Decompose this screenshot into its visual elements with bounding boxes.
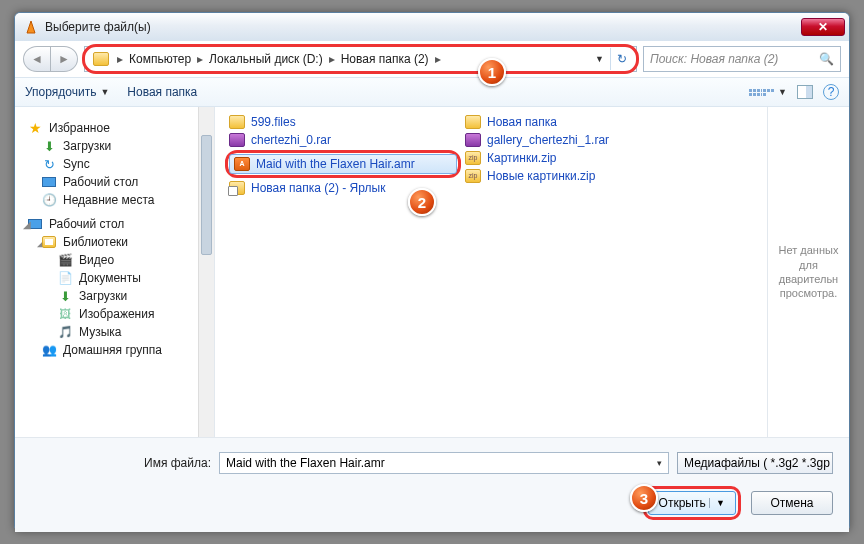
tree-documents[interactable]: 📄Документы — [19, 269, 210, 287]
forward-button[interactable]: ► — [50, 46, 78, 72]
vlc-icon — [23, 19, 39, 35]
chevron-right-icon[interactable]: ▸ — [431, 52, 445, 66]
nav-tree[interactable]: ★Избранное ⬇Загрузки ↻Sync Рабочий стол … — [15, 107, 215, 437]
video-icon: 🎬 — [57, 253, 73, 267]
file-item[interactable]: chertezhi_0.rar — [225, 131, 461, 149]
rar-icon — [229, 133, 245, 147]
chevron-right-icon[interactable]: ▸ — [193, 52, 207, 66]
dialog-body: ★Избранное ⬇Загрузки ↻Sync Рабочий стол … — [15, 107, 849, 437]
recent-icon: 🕘 — [41, 193, 57, 207]
tree-desktop[interactable]: Рабочий стол — [19, 173, 210, 191]
file-item[interactable]: 599.files — [225, 113, 461, 131]
nav-row: ◄ ► ▸ Компьютер ▸ Локальный диск (D:) ▸ … — [15, 41, 849, 77]
homegroup-icon: 👥 — [41, 343, 57, 357]
filename-label: Имя файла: — [31, 456, 211, 470]
chevron-down-icon[interactable]: ▾ — [657, 458, 662, 468]
preview-pane: Нет данных для дварительн просмотра. — [767, 107, 849, 437]
tree-scrollbar[interactable] — [198, 107, 214, 437]
file-item[interactable]: gallery_chertezhi_1.rar — [461, 131, 697, 149]
annotation-badge-1: 1 — [478, 58, 506, 86]
zip-icon: zip — [465, 169, 481, 183]
annotation-badge-2: 2 — [408, 188, 436, 216]
tree-favorites[interactable]: ★Избранное — [19, 119, 210, 137]
sync-icon: ↻ — [41, 157, 57, 171]
window-title: Выберите файл(ы) — [45, 20, 801, 34]
file-open-dialog: Выберите файл(ы) ✕ ◄ ► ▸ Компьютер ▸ Лок… — [14, 12, 850, 532]
close-icon: ✕ — [818, 20, 828, 34]
file-list[interactable]: 599.files chertezhi_0.rar AMaid with the… — [215, 107, 767, 437]
address-bar[interactable]: ▸ Компьютер ▸ Локальный диск (D:) ▸ Нова… — [84, 46, 637, 72]
libraries-icon — [42, 236, 56, 248]
folder-icon — [229, 115, 245, 129]
close-button[interactable]: ✕ — [801, 18, 845, 36]
document-icon: 📄 — [57, 271, 73, 285]
highlight-2: AMaid with the Flaxen Hair.amr — [225, 150, 461, 178]
collapse-icon[interactable]: ◢ — [23, 219, 31, 230]
open-button[interactable]: Открыть ▼ — [648, 491, 736, 515]
file-item-selected[interactable]: AMaid with the Flaxen Hair.amr — [229, 154, 457, 174]
dialog-footer: Имя файла: Maid with the Flaxen Hair.amr… — [15, 437, 849, 532]
file-item[interactable]: zipКартинки.zip — [461, 149, 697, 167]
new-folder-button[interactable]: Новая папка — [127, 85, 197, 99]
chevron-down-icon: ▼ — [778, 87, 787, 97]
zip-icon: zip — [465, 151, 481, 165]
tree-music[interactable]: 🎵Музыка — [19, 323, 210, 341]
svg-marker-0 — [27, 21, 35, 33]
view-grid-icon — [749, 89, 774, 96]
refresh-button[interactable]: ↻ — [610, 48, 632, 70]
tree-downloads[interactable]: ⬇Загрузки — [19, 137, 210, 155]
music-icon: 🎵 — [57, 325, 73, 339]
crumb-drive[interactable]: Локальный диск (D:) — [207, 52, 325, 66]
highlight-3: Открыть ▼ — [643, 486, 741, 520]
amr-icon: A — [234, 157, 250, 171]
folder-icon — [93, 52, 109, 66]
dropdown-icon[interactable]: ▼ — [595, 54, 604, 64]
crumb-computer[interactable]: Компьютер — [127, 52, 193, 66]
back-button[interactable]: ◄ — [23, 46, 51, 72]
filename-input[interactable]: Maid with the Flaxen Hair.amr▾ — [219, 452, 669, 474]
shortcut-icon — [229, 181, 245, 195]
split-dropdown-icon[interactable]: ▼ — [709, 498, 725, 508]
chevron-right-icon[interactable]: ▸ — [113, 52, 127, 66]
chevron-right-icon[interactable]: ▸ — [325, 52, 339, 66]
annotation-badge-3: 3 — [630, 484, 658, 512]
rar-icon — [465, 133, 481, 147]
help-button[interactable]: ? — [823, 84, 839, 100]
tree-libraries[interactable]: ◢Библиотеки — [19, 233, 210, 251]
organize-button[interactable]: Упорядочить▼ — [25, 85, 109, 99]
search-input[interactable]: Поиск: Новая папка (2) 🔍 — [643, 46, 841, 72]
tree-downloads2[interactable]: ⬇Загрузки — [19, 287, 210, 305]
tree-sync[interactable]: ↻Sync — [19, 155, 210, 173]
search-placeholder: Поиск: Новая папка (2) — [650, 52, 778, 66]
tree-homegroup[interactable]: 👥Домашняя группа — [19, 341, 210, 359]
tree-desktop-root[interactable]: ◢Рабочий стол — [19, 215, 210, 233]
images-icon: 🖼 — [57, 307, 73, 321]
preview-toggle-button[interactable] — [797, 85, 813, 99]
tree-images[interactable]: 🖼Изображения — [19, 305, 210, 323]
file-item[interactable]: Новая папка — [461, 113, 697, 131]
titlebar[interactable]: Выберите файл(ы) ✕ — [15, 13, 849, 41]
cancel-button[interactable]: Отмена — [751, 491, 833, 515]
view-button[interactable]: ▼ — [749, 87, 787, 97]
download-icon: ⬇ — [57, 289, 73, 303]
search-icon: 🔍 — [819, 52, 834, 66]
folder-icon — [465, 115, 481, 129]
file-filter-dropdown[interactable]: Медиафайлы ( *.3g2 *.3gp *.3ç▼ — [677, 452, 833, 474]
tree-recent[interactable]: 🕘Недавние места — [19, 191, 210, 209]
chevron-down-icon: ▼ — [100, 87, 109, 97]
tree-video[interactable]: 🎬Видео — [19, 251, 210, 269]
scrollbar-thumb[interactable] — [201, 135, 212, 255]
file-item[interactable]: zipНовые картинки.zip — [461, 167, 697, 185]
toolbar: Упорядочить▼ Новая папка ▼ ? — [15, 77, 849, 107]
star-icon: ★ — [27, 121, 43, 135]
download-icon: ⬇ — [41, 139, 57, 153]
crumb-folder[interactable]: Новая папка (2) — [339, 52, 431, 66]
desktop-icon — [42, 177, 56, 187]
